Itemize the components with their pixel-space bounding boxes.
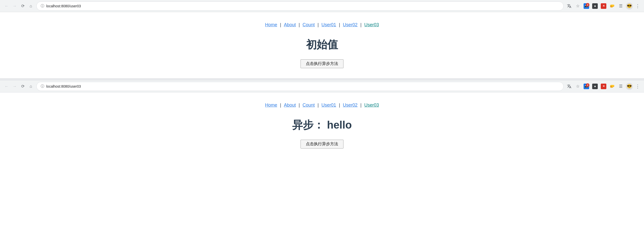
media-icon-2[interactable]: ☰ bbox=[617, 83, 624, 90]
extensions-icon-2[interactable]: 🤛 bbox=[609, 83, 616, 90]
sep-1: | bbox=[280, 22, 283, 27]
async-button-2[interactable]: 点击执行异步方法 bbox=[301, 140, 343, 149]
browser-actions-1: ☆ 📷 2 ■ ✕ 🤛 ☰ 😎 ⋮ bbox=[566, 2, 641, 10]
menu-icon-2[interactable]: ⋮ bbox=[634, 83, 641, 90]
browser-actions-2: ☆ 📷 2 ■ ✕ 🤛 ☰ 😎 ⋮ bbox=[566, 83, 641, 90]
sep2-5: | bbox=[360, 103, 363, 108]
nav-user03-2[interactable]: User03 bbox=[364, 103, 379, 108]
page-content-2: 异步： hello 点击执行异步方法 bbox=[5, 118, 639, 149]
ext-camera-icon-1[interactable]: 📷 2 bbox=[583, 3, 590, 10]
nav-count-2[interactable]: Count bbox=[303, 103, 315, 108]
address-bar-1[interactable]: ⓘ bbox=[36, 2, 564, 11]
nav-count-1[interactable]: Count bbox=[303, 22, 315, 27]
ext-x-icon-2[interactable]: ✕ bbox=[600, 83, 607, 90]
info-icon-2: ⓘ bbox=[41, 84, 44, 89]
nav-buttons-1: ← → ⟳ ⌂ bbox=[3, 3, 34, 10]
url-input-1[interactable] bbox=[46, 4, 559, 8]
window-divider bbox=[0, 78, 644, 80]
browser-window-2: ← → ⟳ ⌂ ⓘ ☆ 📷 2 ■ ✕ 🤛 ☰ 😎 bbox=[0, 80, 644, 159]
web-page-1: Home | About | Count | User01 | User02 |… bbox=[0, 12, 644, 78]
browser-chrome-2: ← → ⟳ ⌂ ⓘ ☆ 📷 2 ■ ✕ 🤛 ☰ 😎 bbox=[0, 80, 644, 92]
avatar-2[interactable]: 😎 bbox=[626, 83, 633, 90]
sep-4: | bbox=[339, 22, 341, 27]
nav-user02-2[interactable]: User02 bbox=[343, 103, 358, 108]
ext-dark-2: ■ bbox=[592, 84, 598, 89]
info-icon-1: ⓘ bbox=[41, 4, 44, 8]
bookmark-icon-1[interactable]: ☆ bbox=[574, 3, 581, 10]
nav-user03-1[interactable]: User03 bbox=[364, 22, 379, 27]
badge-2: 2 bbox=[586, 83, 589, 87]
sep2-4: | bbox=[339, 103, 341, 108]
ext-gray-icon-2[interactable]: ■ bbox=[591, 83, 599, 90]
sep2-2: | bbox=[298, 103, 301, 108]
ext-x-icon-1[interactable]: ✕ bbox=[600, 3, 607, 10]
ext-gray-icon-1[interactable]: ■ bbox=[591, 3, 599, 10]
badge-1: 2 bbox=[586, 3, 589, 7]
async-button-1[interactable]: 点击执行异步方法 bbox=[301, 59, 343, 68]
avatar-1[interactable]: 😎 bbox=[626, 3, 633, 10]
reload-button-1[interactable]: ⟳ bbox=[19, 3, 26, 10]
media-icon-1[interactable]: ☰ bbox=[617, 3, 624, 10]
nav-user01-1[interactable]: User01 bbox=[321, 22, 336, 27]
back-button-1[interactable]: ← bbox=[3, 3, 10, 10]
url-input-2[interactable] bbox=[46, 84, 559, 88]
sep-5: | bbox=[360, 22, 363, 27]
nav-about-1[interactable]: About bbox=[284, 22, 296, 27]
home-button-1[interactable]: ⌂ bbox=[27, 3, 34, 10]
page-content-1: 初始值 点击执行异步方法 bbox=[5, 38, 639, 68]
nav-buttons-2: ← → ⟳ ⌂ bbox=[3, 83, 34, 90]
back-button-2[interactable]: ← bbox=[3, 83, 10, 90]
browser-chrome-1: ← → ⟳ ⌂ ⓘ ☆ 📷 2 ■ ✕ 🤛 ☰ 😎 bbox=[0, 0, 644, 12]
sep-2: | bbox=[298, 22, 301, 27]
sep2-1: | bbox=[280, 103, 283, 108]
translate-icon-1[interactable] bbox=[566, 3, 573, 10]
translate-icon-2[interactable] bbox=[566, 83, 573, 90]
browser-window-1: ← → ⟳ ⌂ ⓘ ☆ 📷 2 ■ ✕ 🤛 ☰ 😎 bbox=[0, 0, 644, 78]
sep2-3: | bbox=[317, 103, 320, 108]
nav-home-2[interactable]: Home bbox=[265, 103, 277, 108]
nav-user01-2[interactable]: User01 bbox=[321, 103, 336, 108]
forward-button-2[interactable]: → bbox=[11, 83, 18, 90]
page-title-2: 异步： hello bbox=[5, 118, 639, 132]
sep-3: | bbox=[317, 22, 320, 27]
home-button-2[interactable]: ⌂ bbox=[27, 83, 34, 90]
address-bar-2[interactable]: ⓘ bbox=[36, 82, 564, 91]
ext-x-1: ✕ bbox=[601, 3, 606, 9]
page-title-1: 初始值 bbox=[5, 38, 639, 52]
nav-2: Home | About | Count | User01 | User02 |… bbox=[5, 103, 639, 108]
nav-1: Home | About | Count | User01 | User02 |… bbox=[5, 22, 639, 28]
nav-about-2[interactable]: About bbox=[284, 103, 296, 108]
bookmark-icon-2[interactable]: ☆ bbox=[574, 83, 581, 90]
reload-button-2[interactable]: ⟳ bbox=[19, 83, 26, 90]
web-page-2: Home | About | Count | User01 | User02 |… bbox=[0, 92, 644, 159]
nav-home-1[interactable]: Home bbox=[265, 22, 277, 27]
ext-x-2: ✕ bbox=[601, 84, 606, 89]
forward-button-1[interactable]: → bbox=[11, 3, 18, 10]
extensions-icon-1[interactable]: 🤛 bbox=[609, 3, 616, 10]
ext-dark-1: ■ bbox=[592, 3, 598, 9]
menu-icon-1[interactable]: ⋮ bbox=[634, 2, 641, 10]
nav-user02-1[interactable]: User02 bbox=[343, 22, 358, 27]
ext-camera-icon-2[interactable]: 📷 2 bbox=[583, 83, 590, 90]
